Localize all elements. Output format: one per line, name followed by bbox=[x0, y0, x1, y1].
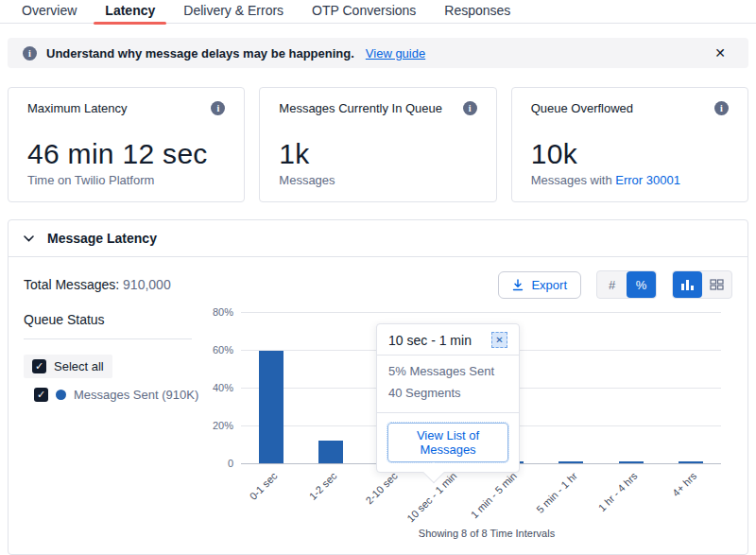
export-label: Export bbox=[531, 278, 567, 292]
chart-tooltip: 10 sec - 1 min ✕ 5% Messages Sent 40 Seg… bbox=[376, 323, 520, 473]
view-toggle-group bbox=[672, 270, 732, 299]
close-icon[interactable]: ✕ bbox=[707, 45, 733, 61]
x-slot: 1-2 sec bbox=[301, 463, 362, 522]
card-value: 1k bbox=[279, 140, 476, 168]
x-slot: 0-1 sec bbox=[241, 463, 301, 522]
card-title: Maximum Latency bbox=[27, 101, 127, 115]
tab-latency[interactable]: Latency bbox=[91, 0, 169, 24]
card-queue-overflowed: Queue Overflowed i 10k Messages with Err… bbox=[511, 87, 748, 202]
y-axis: 80%60%40%20%0 bbox=[209, 312, 241, 463]
card-value: 46 min 12 sec bbox=[27, 140, 225, 168]
series-checkbox[interactable]: ✓ bbox=[34, 388, 48, 402]
select-all-label: Select all bbox=[54, 359, 104, 373]
bar-slot bbox=[601, 312, 662, 463]
card-subtitle-text: Messages with bbox=[531, 173, 616, 187]
filter-heading: Queue Status bbox=[24, 312, 209, 327]
tooltip-title: 10 sec - 1 min bbox=[388, 333, 472, 348]
total-messages-value: 910,000 bbox=[123, 277, 171, 292]
panel-header[interactable]: Message Latency bbox=[9, 220, 747, 257]
card-subtitle: Messages with Error 30001 bbox=[531, 173, 729, 187]
bar-chart-view-toggle[interactable] bbox=[673, 271, 702, 298]
x-tick-label: 5 min - 1 hr bbox=[534, 470, 579, 515]
view-list-of-messages-button[interactable]: View List of Messages bbox=[387, 423, 508, 462]
select-all-checkbox[interactable]: ✓ bbox=[32, 359, 46, 373]
view-guide-link[interactable]: View guide bbox=[366, 46, 425, 61]
x-tick-label: 2-10 sec bbox=[363, 470, 399, 506]
series-label: Messages Sent (910K) bbox=[74, 388, 198, 402]
tooltip-line-segments: 40 Segments bbox=[388, 382, 507, 404]
queue-status-filter: Queue Status ✓ Select all ✓ Messages Sen… bbox=[24, 312, 209, 539]
x-slot: 5 min - 1 hr bbox=[541, 463, 602, 522]
bar-slot bbox=[241, 312, 301, 463]
bar-1[interactable] bbox=[318, 441, 343, 463]
y-tick-label: 0 bbox=[228, 458, 233, 469]
x-slot: 4+ hrs bbox=[662, 463, 722, 522]
bar-chart-icon bbox=[680, 279, 695, 291]
tab-delivery-errors[interactable]: Delivery & Errors bbox=[169, 0, 298, 24]
total-messages: Total Messages: 910,000 bbox=[24, 277, 171, 292]
series-color-dot bbox=[56, 390, 66, 400]
panel-title: Message Latency bbox=[47, 231, 157, 246]
metric-cards: Maximum Latency i 46 min 12 sec Time on … bbox=[8, 87, 748, 202]
card-title: Messages Currently In Queue bbox=[279, 101, 442, 115]
percent-toggle[interactable]: % bbox=[627, 271, 656, 298]
select-all-checkbox-row[interactable]: ✓ Select all bbox=[24, 355, 112, 378]
download-icon bbox=[512, 279, 524, 291]
tab-otp-conversions[interactable]: OTP Conversions bbox=[298, 0, 430, 24]
tooltip-line-messages-sent: 5% Messages Sent bbox=[388, 360, 507, 382]
info-icon[interactable]: i bbox=[211, 101, 225, 115]
card-subtitle: Messages bbox=[279, 173, 476, 187]
message-latency-panel: Message Latency Total Messages: 910,000 … bbox=[8, 219, 748, 555]
bar-0[interactable] bbox=[259, 351, 284, 463]
bar-slot bbox=[662, 312, 722, 463]
tab-responses[interactable]: Responses bbox=[430, 0, 524, 24]
x-tick-label: 4+ hrs bbox=[670, 470, 698, 498]
y-tick-label: 80% bbox=[213, 306, 233, 318]
info-icon: i bbox=[23, 46, 37, 61]
table-view-toggle[interactable] bbox=[702, 271, 731, 298]
bar-slot bbox=[541, 312, 602, 463]
export-button[interactable]: Export bbox=[498, 271, 581, 299]
info-banner: i Understand why message delays may be h… bbox=[8, 38, 748, 68]
table-icon bbox=[710, 279, 724, 290]
tab-overview[interactable]: Overview bbox=[8, 0, 91, 24]
chevron-down-icon[interactable] bbox=[24, 235, 34, 242]
chart-controls: Total Messages: 910,000 Export # % bbox=[24, 270, 732, 299]
card-value: 10k bbox=[531, 140, 729, 168]
info-icon[interactable]: i bbox=[463, 101, 477, 115]
info-icon[interactable]: i bbox=[714, 101, 729, 115]
divider bbox=[24, 338, 192, 339]
x-slot: 1 hr - 4 hrs bbox=[601, 463, 662, 522]
y-tick-label: 60% bbox=[213, 344, 233, 356]
card-maximum-latency: Maximum Latency i 46 min 12 sec Time on … bbox=[8, 87, 245, 202]
error-30001-link[interactable]: Error 30001 bbox=[615, 173, 680, 187]
series-checkbox-row[interactable]: ✓ Messages Sent (910K) bbox=[34, 388, 209, 402]
y-tick-label: 40% bbox=[213, 382, 233, 393]
unit-toggle-group: # % bbox=[596, 270, 657, 299]
banner-message: Understand why message delays may be hap… bbox=[46, 46, 354, 61]
tooltip-close-icon[interactable]: ✕ bbox=[491, 332, 507, 348]
x-tick-label: 0-1 sec bbox=[247, 470, 279, 502]
card-title: Queue Overflowed bbox=[531, 101, 633, 115]
y-tick-label: 20% bbox=[213, 420, 233, 431]
tab-bar: Overview Latency Delivery & Errors OTP C… bbox=[0, 0, 756, 24]
count-toggle[interactable]: # bbox=[597, 271, 627, 298]
total-messages-label: Total Messages: bbox=[24, 277, 119, 292]
bar-slot bbox=[301, 312, 362, 463]
x-tick-label: 1 hr - 4 hrs bbox=[595, 470, 639, 513]
chart-footer-text: Showing 8 of 8 Time Intervals bbox=[241, 528, 732, 539]
card-messages-in-queue: Messages Currently In Queue i 1k Message… bbox=[259, 87, 496, 202]
latency-bar-chart: 80%60%40%20%0 0-1 sec1-2 sec2-10 sec10 s… bbox=[209, 312, 732, 539]
card-subtitle: Time on Twilio Platform bbox=[27, 173, 225, 187]
x-tick-label: 1-2 sec bbox=[307, 470, 339, 502]
